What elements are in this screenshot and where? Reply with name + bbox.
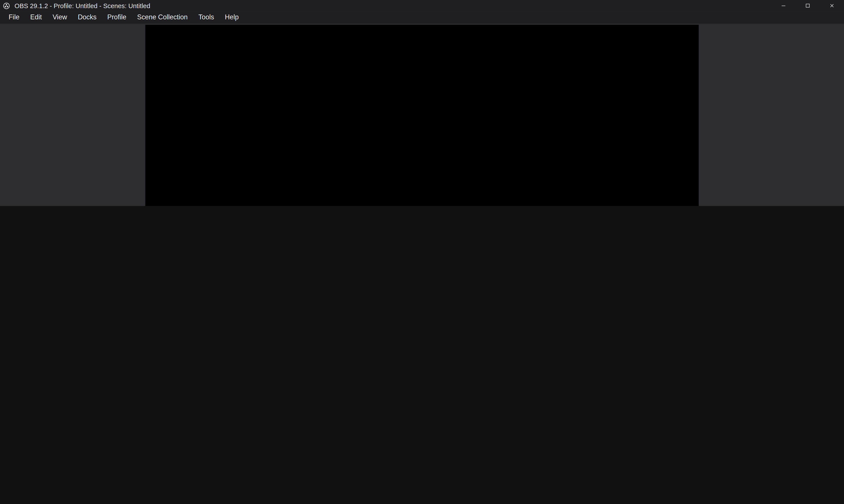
menu-tools[interactable]: Tools bbox=[193, 11, 219, 23]
close-icon bbox=[829, 3, 835, 8]
obs-logo-icon bbox=[3, 2, 10, 10]
maximize-icon bbox=[805, 3, 811, 8]
menu-profile[interactable]: Profile bbox=[102, 11, 132, 23]
workspace: No source selected Properties bbox=[0, 24, 844, 206]
menu-scene-collection[interactable]: Scene Collection bbox=[132, 11, 193, 23]
menu-file[interactable]: File bbox=[3, 11, 25, 23]
minimize-button[interactable] bbox=[771, 0, 796, 11]
menu-help[interactable]: Help bbox=[219, 11, 244, 23]
menu-docks[interactable]: Docks bbox=[73, 11, 102, 23]
obs-window: OBS 29.1.2 - Profile: Untitled - Scenes:… bbox=[0, 0, 844, 206]
title-bar: OBS 29.1.2 - Profile: Untitled - Scenes:… bbox=[0, 0, 844, 11]
minimize-icon bbox=[780, 3, 786, 8]
preview-canvas[interactable] bbox=[145, 25, 699, 206]
menu-bar: File Edit View Docks Profile Scene Colle… bbox=[0, 11, 844, 23]
maximize-button[interactable] bbox=[796, 0, 820, 11]
window-controls bbox=[771, 0, 844, 11]
menu-view[interactable]: View bbox=[47, 11, 73, 23]
window-title: OBS 29.1.2 - Profile: Untitled - Scenes:… bbox=[15, 2, 150, 10]
close-button[interactable] bbox=[820, 0, 844, 11]
menu-edit[interactable]: Edit bbox=[25, 11, 47, 23]
